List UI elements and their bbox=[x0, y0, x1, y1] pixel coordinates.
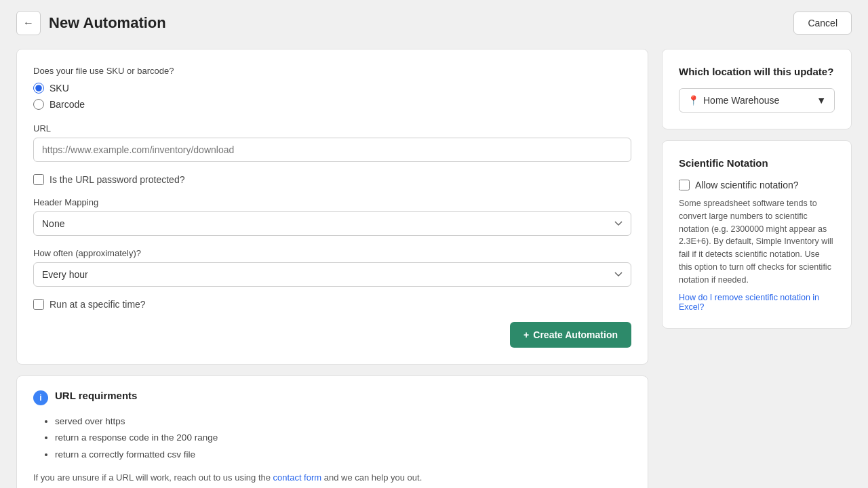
location-name: Home Warehouse bbox=[703, 95, 779, 106]
footer-note-after: and we can help you out. bbox=[321, 472, 422, 483]
url-input[interactable] bbox=[33, 138, 631, 162]
url-group: URL bbox=[33, 123, 631, 162]
list-item: return a response code in the 200 range bbox=[55, 430, 631, 446]
location-card: Which location will this update? 📍 Home … bbox=[662, 49, 852, 129]
page-header: ← New Automation Cancel bbox=[16, 11, 852, 35]
header-mapping-group: Header Mapping None bbox=[33, 197, 631, 236]
scientific-checkbox-row: Allow scientific notation? bbox=[679, 180, 835, 190]
back-button[interactable]: ← bbox=[16, 11, 41, 35]
requirements-list: served over https return a response code… bbox=[33, 413, 631, 463]
create-button-icon: + bbox=[524, 329, 529, 340]
scientific-description: Some spreadsheet software tends to conve… bbox=[679, 197, 835, 286]
create-button-label: Create Automation bbox=[533, 329, 618, 340]
requirements-title: URL requirments bbox=[55, 390, 137, 401]
left-column: Does your file use SKU or barcode? SKU B… bbox=[16, 49, 648, 488]
header-left: ← New Automation bbox=[16, 11, 166, 35]
radio-sku-input[interactable] bbox=[33, 83, 44, 94]
sku-barcode-radio-group: SKU Barcode bbox=[33, 83, 631, 110]
list-item: served over https bbox=[55, 413, 631, 430]
location-pin-icon: 📍 bbox=[688, 95, 699, 106]
location-dropdown[interactable]: 📍 Home Warehouse ▼ bbox=[679, 88, 835, 113]
radio-sku[interactable]: SKU bbox=[33, 83, 631, 94]
password-checkbox[interactable] bbox=[33, 174, 44, 185]
password-checkbox-label[interactable]: Is the URL password protected? bbox=[33, 174, 631, 185]
specific-time-checkbox-label[interactable]: Run at a specific time? bbox=[33, 299, 631, 310]
right-column: Which location will this update? 📍 Home … bbox=[662, 49, 852, 329]
radio-barcode-label: Barcode bbox=[50, 99, 85, 110]
password-group: Is the URL password protected? bbox=[33, 174, 631, 185]
scientific-checkbox[interactable] bbox=[679, 180, 690, 190]
specific-time-label-text: Run at a specific time? bbox=[50, 299, 146, 310]
header-mapping-label: Header Mapping bbox=[33, 197, 631, 207]
page-title: New Automation bbox=[49, 14, 166, 32]
footer-note-before: If you are unsure if a URL will work, re… bbox=[33, 472, 273, 483]
dropdown-chevron-icon: ▼ bbox=[816, 95, 826, 106]
radio-barcode-input[interactable] bbox=[33, 99, 44, 110]
sku-barcode-question: Does your file use SKU or barcode? bbox=[33, 66, 631, 76]
create-automation-button[interactable]: + Create Automation bbox=[510, 322, 631, 348]
header-mapping-select[interactable]: None bbox=[33, 211, 631, 236]
radio-barcode[interactable]: Barcode bbox=[33, 99, 631, 110]
frequency-label: How often (approximately)? bbox=[33, 248, 631, 258]
main-content: Does your file use SKU or barcode? SKU B… bbox=[16, 49, 852, 488]
cancel-button[interactable]: Cancel bbox=[793, 12, 852, 35]
scientific-excel-link[interactable]: How do I remove scientific notation in E… bbox=[679, 293, 835, 312]
location-title: Which location will this update? bbox=[679, 66, 835, 77]
footer-note: If you are unsure if a URL will work, re… bbox=[33, 472, 631, 483]
scientific-notation-card: Scientific Notation Allow scientific not… bbox=[662, 140, 852, 329]
frequency-group: How often (approximately)? Every hour Ev… bbox=[33, 248, 631, 287]
scientific-title: Scientific Notation bbox=[679, 157, 835, 169]
radio-sku-label: SKU bbox=[50, 83, 69, 94]
location-dropdown-inner: 📍 Home Warehouse bbox=[688, 95, 779, 106]
specific-time-group: Run at a specific time? bbox=[33, 299, 631, 310]
scientific-checkbox-label[interactable]: Allow scientific notation? bbox=[695, 180, 799, 190]
frequency-select[interactable]: Every hour Every 6 hours Every 12 hours … bbox=[33, 262, 631, 287]
list-item: return a correctly formatted csv file bbox=[55, 447, 631, 463]
contact-form-link[interactable]: contact form bbox=[273, 472, 322, 483]
requirements-header: i URL requirments bbox=[33, 390, 631, 405]
specific-time-checkbox[interactable] bbox=[33, 299, 44, 310]
requirements-card: i URL requirments served over https retu… bbox=[16, 375, 648, 488]
button-row: + Create Automation bbox=[33, 322, 631, 348]
form-card: Does your file use SKU or barcode? SKU B… bbox=[16, 49, 648, 365]
password-label-text: Is the URL password protected? bbox=[50, 174, 184, 185]
info-icon: i bbox=[33, 390, 48, 405]
url-label: URL bbox=[33, 123, 631, 134]
